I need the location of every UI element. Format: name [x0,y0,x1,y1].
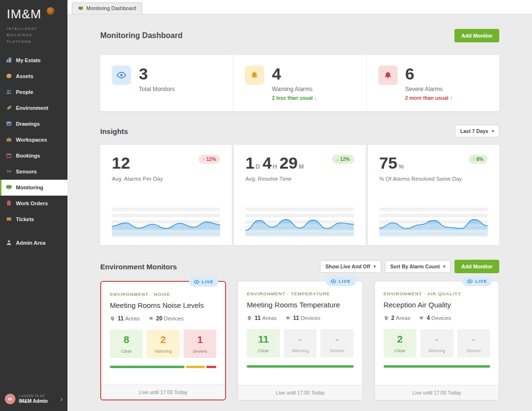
logo-subtitle-line2: PLATFORM [7,39,62,45]
monitor-card-noise[interactable]: LIVE ENVIRONMENT · NOISE Meeting Rooms N… [100,281,226,400]
warning-statbox: - Warning [284,329,317,358]
live-badge-label: LIVE [202,279,214,284]
sidebar-item-label: Assets [16,73,33,79]
sidebar-item-assets[interactable]: Assets [0,68,67,84]
monitors-header: Environment Monitors Show Live And Off ▾… [100,260,499,273]
eye-icon [112,66,131,85]
insight-number: 12 [112,155,130,171]
page-content: Monitoring Dashboard Add Monitor 3 Total… [67,14,532,411]
sidebar-item-bookings[interactable]: Bookings [0,148,67,164]
leaf-icon [6,105,12,112]
monitors-title: Environment Monitors [100,263,316,271]
insight-label: Avg. Resolve Time [245,176,354,182]
logo-title: IM&M [7,7,41,21]
warning-statbox: 2 Warning [146,330,179,358]
monitor-title: Meeting Rooms Temperature [247,301,353,309]
sidebar-item-sensors[interactable]: Sensors [0,164,67,180]
devices-meta: 4 Devices [419,315,451,321]
monitor-icon [6,184,12,191]
devices-label: Devices [301,315,320,321]
areas-label: Areas [125,316,140,321]
monitor-footer: Live until 17:00 Today [375,385,499,400]
tab-label: Monitoring Dashboard [86,5,136,11]
monitor-title: Reception Air Quality [384,301,490,309]
severe-statbox: - Severe [457,329,490,358]
sort-dropdown[interactable]: Sort By Alarm Count ▾ [385,260,451,273]
trend-text: 2 more than usual [405,95,449,101]
eye-icon [194,279,200,285]
devices-icon [285,316,291,321]
areas-meta: 2 Areas [384,315,411,321]
building-icon [6,57,12,64]
user-info: LOGGED IN AS IM&M Admin [19,394,57,404]
box-icon [6,73,12,80]
unit-days: D [255,163,260,170]
severe-label: Severe [320,348,353,353]
monitor-title: Meeting Rooms Noise Levels [110,301,216,309]
devices-meta: 20 Devices [148,315,184,322]
image-icon [6,120,12,128]
monitor-card-temperature[interactable]: LIVE ENVIRONMENT · TEMPERATURE Meeting R… [238,281,362,400]
live-filter-dropdown[interactable]: Show Live And Off ▾ [320,260,381,273]
sidebar-item-people[interactable]: People [0,84,67,100]
monitor-meta: 2 Areas 4 Devices [384,315,490,321]
sensor-icon [6,168,12,175]
avatar: IA [5,394,15,404]
sidebar-item-label: My Estate [16,57,40,63]
eye-icon [467,278,473,284]
monitor-category: ENVIRONMENT · TEMPERATURE [247,291,353,296]
severe-statbox: 1 Severe [184,330,216,358]
user-menu[interactable]: IA LOGGED IN AS IM&M Admin › [0,388,67,411]
insight-value: 1 D 4 H 29 M [245,155,306,171]
sidebar-item-label: Work Orders [16,200,48,206]
areas-label: Areas [396,315,410,321]
sidebar-item-monitoring[interactable]: Monitoring [0,180,67,196]
monitor-card-air-quality[interactable]: LIVE ENVIRONMENT · AIR QUALITY Reception… [374,281,499,400]
add-monitor-button-secondary[interactable]: Add Monitor [454,260,499,273]
sidebar-item-my-estate[interactable]: My Estate [0,53,67,68]
trend-badge: ↑ 12% [199,155,221,164]
sidebar-item-drawings[interactable]: Drawings [0,116,67,132]
chevron-right-icon: › [60,396,63,402]
trend-badge: ↑ 8% [468,155,488,164]
clear-statbox: 8 Clear [110,330,143,358]
insights-row: 12 ↑ 12% Avg. Alarms Per Day [100,145,499,245]
devices-icon [419,316,424,321]
add-monitor-button[interactable]: Add Monitor [454,29,499,42]
monitor-statboxes: 2 Clear - Warning - Severe [384,329,490,358]
logo-globe-icon [47,7,54,15]
areas-count: 11 [118,315,124,322]
monitor-card-body: ENVIRONMENT · AIR QUALITY Reception Air … [375,281,499,385]
clear-statbox: 11 Clear [247,329,279,358]
warning-count: - [284,334,317,344]
ticket-icon [6,216,12,223]
sidebar-item-work-orders[interactable]: Work Orders [0,196,67,212]
sidebar-item-label: People [16,89,33,95]
devices-label: Devices [164,316,184,321]
status-distribution-bar [247,365,353,368]
devices-meta: 11 Devices [285,315,320,321]
sidebar-item-admin-area[interactable]: Admin Area [0,235,67,251]
insight-top: 75 % ↑ 8% [379,155,488,171]
date-range-value: Last 7 Days [460,128,488,134]
sidebar-item-workspaces[interactable]: Workspaces [0,132,67,148]
date-range-dropdown[interactable]: Last 7 Days ▾ [455,125,499,137]
chevron-down-icon: ▾ [443,264,446,269]
clear-statbox: 2 Clear [384,329,416,358]
warning-count: - [420,334,453,344]
insight-card-resolved-same-day: 75 % ↑ 8% % Of Alarms Resolved Same Day [368,145,499,245]
live-badge: LIVE [462,277,492,286]
eye-icon [331,278,336,284]
monitor-statboxes: 11 Clear - Warning - Severe [247,329,353,358]
page-header: Monitoring Dashboard Add Monitor [100,29,499,42]
tab-monitoring-dashboard[interactable]: Monitoring Dashboard [72,2,142,14]
severe-label: Severe [184,348,216,354]
clear-label: Clear [247,348,279,353]
warning-label: Warning [284,348,317,353]
sidebar-item-environment[interactable]: Environment [0,100,67,116]
clear-label: Clear [110,348,143,354]
areas-meta: 11 Areas [247,315,277,321]
sidebar-nav: My Estate Assets People Environment [0,53,67,251]
stat-label: Warning Alarms [272,86,317,93]
sidebar-item-tickets[interactable]: Tickets [0,212,67,227]
